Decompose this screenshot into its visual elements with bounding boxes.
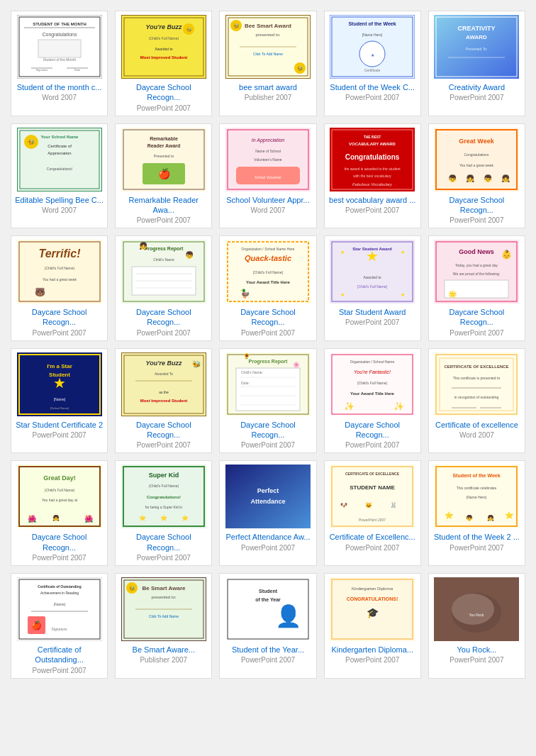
item-title-be-smart: Be Smart Aware... [133,645,195,655]
svg-text:Name of School: Name of School [255,149,281,153]
template-item-vocabulary[interactable]: THE BEST VOCABULARY AWARD Congratulation… [324,123,421,229]
svg-text:🍎: 🍎 [157,168,170,180]
item-sub-student-week1: PowerPoint 2007 [345,94,399,101]
svg-text:[Child's Full Name]: [Child's Full Name] [253,270,283,274]
item-title-student-week2: Student of the Week 2 ... [434,532,520,542]
svg-text:👧: 👧 [52,514,60,521]
svg-text:Your Award Title Here: Your Award Title Here [350,391,394,396]
svg-text:★: ★ [401,292,405,297]
template-item-super-kid[interactable]: Super Kid (Child's Full Name) Congratula… [115,460,212,566]
svg-text:🐶: 🐶 [340,501,347,508]
item-title-progress2: Daycare School Recogn... [223,420,312,440]
svg-text:Certificate of Outstanding: Certificate of Outstanding [38,584,81,589]
item-sub-creativity: PowerPoint 2007 [450,94,503,101]
item-title-daycare-bee1: Daycare School Recogn... [119,82,208,103]
item-title-student-month: Student of the month c... [17,82,102,92]
template-item-bee-smart[interactable]: Bee Smart Award presented to: Click To A… [219,11,316,116]
template-item-terrific[interactable]: Terrific! (Child's Full Name) You had a … [11,235,108,341]
template-item-daycare-fantastic[interactable]: Organization / School Name You're Fantas… [324,348,421,454]
thumbnail-remarkable: Remarkable Reader Award Presented to 🍎 [121,128,206,191]
template-item-cert-outstanding[interactable]: Certificate of Outstanding Achievement i… [11,573,108,679]
template-item-quack[interactable]: Organization / School Name Here Quack-ta… [219,235,316,341]
svg-text:Signature:: Signature: [51,627,67,631]
template-item-progress2[interactable]: Progress Report Child's Name: Date: 🌻 🌸 … [219,348,316,454]
item-sub-spelling-bee: Word 2007 [42,206,77,214]
svg-text:🐝: 🐝 [192,360,201,369]
thumbnail-star-award: Star Student Award ★ Awarded to [Child's… [330,240,415,304]
item-sub-student-week2: PowerPoint 2007 [450,544,503,552]
template-item-be-smart[interactable]: Be Smart Aware presented to: Click To Ad… [115,573,212,679]
item-title-rock: You Rock... [457,645,496,655]
item-title-daycare2: Daycare School Recogn... [432,195,521,216]
thumbnail-super-kid: Super Kid (Child's Full Name) Congratula… [121,465,206,528]
template-item-good-news[interactable]: Good News Today, you had a great day We … [428,235,525,341]
svg-text:CREATIVITY: CREATIVITY [458,25,496,32]
svg-text:VOCABULARY AWARD: VOCABULARY AWARD [349,142,396,146]
item-sub-cert-outstanding: PowerPoint 2007 [33,667,86,674]
template-item-spelling-bee[interactable]: Your School Name Certificate of Apprecia… [11,123,108,229]
svg-text:(Name Here): (Name Here) [467,495,487,499]
svg-text:Super Kid: Super Kid [149,472,179,479]
template-item-student-week1[interactable]: Student of the Week [Name Here] ★ Certif… [324,11,421,116]
template-item-creativity[interactable]: CREATIVITY AWARD Presented To: Creativit… [428,11,525,116]
svg-text:[Name Here]: [Name Here] [362,33,383,37]
template-item-student-year[interactable]: Student of the Year 👤 Student of the Yea… [219,573,316,679]
template-item-remarkable[interactable]: Remarkable Reader Award Presented to 🍎 R… [115,123,212,229]
thumbnail-progress2: Progress Report Child's Name: Date: 🌻 🌸 [225,352,311,416]
item-title-vocabulary: best vocabulary award ... [329,195,415,205]
template-item-great-day[interactable]: Great Day! (Child's Full Name) You had a… [11,460,108,566]
svg-text:(Child's Full Name): (Child's Full Name) [149,36,179,40]
template-item-cert-excellence1[interactable]: CERTIFICATE OF EXCELLENCE This certifica… [428,348,525,454]
svg-text:★: ★ [371,53,374,57]
svg-text:👦: 👦 [466,514,473,521]
template-item-kinder[interactable]: Kindergarten Diploma CONGRATULATIONS! 🎓 … [324,573,421,679]
svg-text:Great Week: Great Week [459,138,495,145]
svg-text:Quack-tastic: Quack-tastic [245,254,291,262]
item-sub-good-news: PowerPoint 2007 [450,329,503,337]
template-item-daycare-bee2[interactable]: You're Buzz Awarded To as the Most Impro… [115,348,212,454]
item-title-perfect-attendance: Perfect Attendance Aw... [225,532,310,542]
svg-text:School Volunteer: School Volunteer [255,175,281,179]
svg-text:Be Smart Aware: Be Smart Aware [142,585,185,591]
svg-text:👧: 👧 [501,174,510,183]
item-sub-great-day: PowerPoint 2007 [33,554,86,562]
svg-text:Good News: Good News [459,248,495,255]
svg-text:Congratulations: Congratulations [345,153,400,161]
item-sub-volunteer: Word 2007 [251,206,286,214]
svg-text:PowerPoint 2007: PowerPoint 2007 [359,518,386,522]
item-sub-super-kid: PowerPoint 2007 [137,554,191,562]
template-item-star-award[interactable]: Star Student Award ★ Awarded to [Child's… [324,235,421,341]
item-title-super-kid: Daycare School Recogn... [119,532,208,552]
item-sub-bee-smart: Publisher 2007 [245,94,292,101]
template-item-volunteer[interactable]: In Appreciation Name of School Volunteer… [219,123,316,229]
svg-text:Kindergarten Diploma: Kindergarten Diploma [352,587,393,591]
svg-text:Most Improved Student: Most Improved Student [140,399,187,403]
svg-text:★: ★ [366,248,379,264]
svg-text:🌺: 🌺 [28,514,37,523]
item-sub-daycare-bee2: PowerPoint 2007 [137,441,191,449]
template-item-im-star[interactable]: I'm a Star Student ★ [Name] (School Name… [11,348,108,454]
svg-text:presented to:: presented to: [151,595,176,599]
svg-point-232 [452,594,494,625]
svg-text:Reader Award: Reader Award [147,143,180,148]
template-item-student-month[interactable]: STUDENT OF THE MONTH Congratulations Stu… [11,11,108,116]
item-title-cert-outstanding: Certificate of Outstanding... [15,645,104,665]
thumbnail-im-star: I'm a Star Student ★ [Name] (School Name… [17,352,102,416]
svg-text:Organization / School Name Her: Organization / School Name Here [242,247,295,251]
template-item-student-week2[interactable]: Student of the Week This certificate cel… [428,460,525,566]
svg-text:Date: Date [74,68,80,72]
thumbnail-student-month: STUDENT OF THE MONTH Congratulations Stu… [17,15,102,79]
template-item-daycare-bee1[interactable]: You're Buzz 🐝 (Child's Full Name) Awarde… [115,11,212,116]
svg-text:Awarded To: Awarded To [155,372,173,376]
svg-text:Most Improved Student: Most Improved Student [140,55,187,60]
svg-text:Student of the Month: Student of the Month [43,57,76,62]
thumbnail-be-smart: Be Smart Aware presented to: Click To Ad… [121,577,206,641]
template-item-rock[interactable]: You Rock You Rock...PowerPoint 2007 [428,573,525,679]
template-item-perfect-attendance[interactable]: Perfect Attendance Perfect Attendance Aw… [219,460,316,566]
svg-text:🐰: 🐰 [390,501,397,508]
template-item-daycare2[interactable]: Great Week Congratulations You had a gre… [428,123,525,229]
item-title-star-award: Star Student Award [339,307,406,317]
thumbnail-kinder: Kindergarten Diploma CONGRATULATIONS! 🎓 [330,577,415,641]
template-item-cert-excellence2[interactable]: CERTIFICATE OF EXCELLENCE STUDENT NAME 🐶… [324,460,421,566]
template-item-progress1[interactable]: Progress Report Child's Name 👧 👦 Daycare… [115,235,212,341]
